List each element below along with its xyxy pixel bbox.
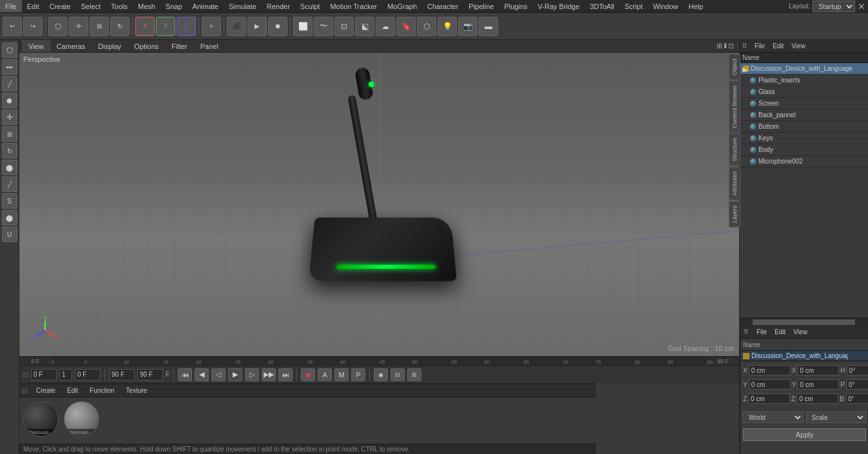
rotate-button[interactable]: ↻ bbox=[110, 17, 130, 36]
obj-item-keys[interactable]: Keys bbox=[740, 133, 868, 144]
menu-vraybridge[interactable]: V-Ray Bridge bbox=[533, 0, 585, 12]
menu-simulate[interactable]: Simulate bbox=[224, 0, 262, 12]
fps-field[interactable] bbox=[109, 369, 135, 381]
menu-file[interactable]: File bbox=[0, 0, 22, 12]
mat-tab-create[interactable]: Create bbox=[31, 384, 61, 397]
lt-points-btn[interactable]: ••• bbox=[2, 59, 17, 75]
side-tab-content-browser[interactable]: Content Browser bbox=[729, 80, 740, 133]
lt-line-btn[interactable]: ╱ bbox=[2, 176, 17, 192]
close-icon[interactable]: ✕ bbox=[858, 1, 865, 12]
floor-button[interactable]: ▬ bbox=[479, 17, 498, 36]
attr-h-rot[interactable] bbox=[847, 365, 868, 375]
undo-button[interactable]: ↩ bbox=[3, 17, 22, 36]
material-ball-2[interactable]: Microph... bbox=[64, 401, 99, 437]
mat-tab-texture[interactable]: Texture bbox=[121, 384, 153, 397]
prev-key-btn[interactable]: ◀ bbox=[195, 368, 209, 381]
vp-tab-cameras[interactable]: Cameras bbox=[50, 40, 92, 52]
menu-window[interactable]: Window bbox=[648, 0, 683, 12]
lt-rotate-btn[interactable]: ↻ bbox=[2, 143, 17, 158]
menu-sculpt[interactable]: Sculpt bbox=[295, 0, 325, 12]
attr-tab-edit[interactable]: Edit bbox=[771, 326, 789, 338]
menu-help[interactable]: Help bbox=[684, 0, 709, 12]
next-frame-btn[interactable]: ▷ bbox=[245, 368, 259, 381]
menu-motiontracker[interactable]: Motion Tracker bbox=[325, 0, 382, 12]
select-mode-button[interactable]: ⬡ bbox=[48, 17, 68, 36]
menu-create[interactable]: Create bbox=[44, 0, 76, 12]
light-button[interactable]: 💡 bbox=[438, 17, 457, 36]
apply-button[interactable]: Apply bbox=[743, 428, 866, 441]
mat-tab-function[interactable]: Function bbox=[84, 384, 119, 397]
record-btn[interactable]: ⏺ bbox=[301, 368, 315, 381]
track-btn[interactable]: ⊟ bbox=[391, 368, 405, 381]
frame2-field[interactable] bbox=[75, 369, 101, 381]
obj-item-bottom[interactable]: Bottom bbox=[740, 121, 868, 133]
lt-edges-btn[interactable]: ╱ bbox=[2, 76, 17, 91]
camera-button[interactable]: 📷 bbox=[458, 17, 477, 36]
scale-select[interactable]: Scale bbox=[806, 411, 867, 423]
next-key-btn[interactable]: ▶▶ bbox=[262, 368, 276, 381]
z-axis-button[interactable]: Z bbox=[177, 17, 196, 36]
environment-button[interactable]: ☁ bbox=[376, 17, 395, 36]
x-axis-button[interactable]: X bbox=[135, 17, 155, 36]
lt-move-btn[interactable]: ✛ bbox=[2, 109, 17, 125]
render-settings-button[interactable]: ⏺ bbox=[268, 17, 287, 36]
obj-item-plastic[interactable]: Plastic_inserts bbox=[740, 75, 868, 86]
y-axis-button[interactable]: Y bbox=[156, 17, 175, 36]
timeline-bar[interactable]: 0 5 10 15 20 25 30 35 40 45 50 55 60 65 … bbox=[52, 357, 707, 365]
lt-select-btn[interactable]: ⬡ bbox=[2, 43, 17, 58]
menu-snap[interactable]: Snap bbox=[160, 0, 188, 12]
attr-x-pos[interactable] bbox=[749, 365, 791, 375]
vp-tab-view[interactable]: View bbox=[22, 40, 50, 52]
menu-plugins[interactable]: Plugins bbox=[499, 0, 532, 12]
lt-polygon-btn[interactable]: ⬟ bbox=[2, 93, 17, 108]
side-tab-attributes[interactable]: Attributes bbox=[729, 167, 740, 200]
redo-button[interactable]: ↪ bbox=[23, 17, 43, 36]
menu-mesh[interactable]: Mesh bbox=[133, 0, 160, 12]
lt-magnet-btn[interactable]: U bbox=[2, 227, 17, 242]
frame-field[interactable] bbox=[31, 369, 57, 381]
cube-button[interactable]: ⬜ bbox=[293, 17, 313, 36]
obj-item-microphone[interactable]: Microphone002 bbox=[740, 156, 868, 167]
deformer-button[interactable]: ⬕ bbox=[355, 17, 374, 36]
render-view-button[interactable]: ▶ bbox=[247, 17, 267, 36]
material-button[interactable]: ⬡ bbox=[417, 17, 436, 36]
key-mode-btn[interactable]: ◉ bbox=[374, 368, 388, 381]
vp-tab-display[interactable]: Display bbox=[92, 40, 128, 52]
add-object-button[interactable]: + bbox=[202, 17, 221, 36]
obj-item-backpannel[interactable]: Back_pannel bbox=[740, 109, 868, 121]
menu-mograph[interactable]: MoGraph bbox=[382, 0, 422, 12]
prev-frame-btn[interactable]: ◁ bbox=[211, 368, 226, 381]
viewport-3d[interactable]: X Y Z Perspective Grid Spacing : 10 cm bbox=[19, 53, 739, 356]
obj-item-screen[interactable]: Screen bbox=[740, 98, 868, 109]
lt-paint-btn[interactable]: ⬤ bbox=[2, 210, 17, 225]
menu-render[interactable]: Render bbox=[262, 0, 295, 12]
play-btn[interactable]: ▶ bbox=[228, 368, 242, 381]
mat-tab-edit[interactable]: Edit bbox=[62, 384, 83, 397]
side-tab-object[interactable]: Object bbox=[729, 54, 740, 80]
attr-tab-file[interactable]: File bbox=[753, 326, 771, 338]
move-button[interactable]: ✛ bbox=[69, 17, 88, 36]
obj-item-body[interactable]: Body bbox=[740, 144, 868, 156]
menu-animate[interactable]: Animate bbox=[188, 0, 224, 12]
lt-scale-btn[interactable]: ⊞ bbox=[2, 126, 17, 142]
layout-select[interactable]: Startup bbox=[813, 1, 855, 12]
menu-character[interactable]: Character bbox=[422, 0, 463, 12]
attr-z-pos2[interactable] bbox=[796, 393, 838, 404]
attr-b-rot[interactable] bbox=[845, 393, 868, 404]
vp-tab-options[interactable]: Options bbox=[128, 40, 165, 52]
motion-clip-btn[interactable]: M bbox=[334, 368, 349, 381]
right-panel-scrollbar[interactable] bbox=[740, 317, 868, 325]
render-region-button[interactable]: ⬛ bbox=[227, 17, 246, 36]
spline-button[interactable]: 〜 bbox=[314, 17, 333, 36]
menu-script[interactable]: Script bbox=[619, 0, 648, 12]
tag-button[interactable]: 🔖 bbox=[396, 17, 416, 36]
menu-tools[interactable]: Tools bbox=[106, 0, 133, 12]
attr-p-rot[interactable] bbox=[846, 379, 868, 390]
lt-live-select-btn[interactable]: ⬤ bbox=[2, 160, 17, 175]
menu-select[interactable]: Select bbox=[76, 0, 106, 12]
menu-pipeline[interactable]: Pipeline bbox=[463, 0, 499, 12]
step-field[interactable] bbox=[59, 369, 72, 381]
goto-start-btn[interactable]: ⏮ bbox=[178, 368, 192, 381]
attr-tab-view[interactable]: View bbox=[789, 326, 811, 338]
obj-item-glass[interactable]: Glass bbox=[740, 86, 868, 98]
